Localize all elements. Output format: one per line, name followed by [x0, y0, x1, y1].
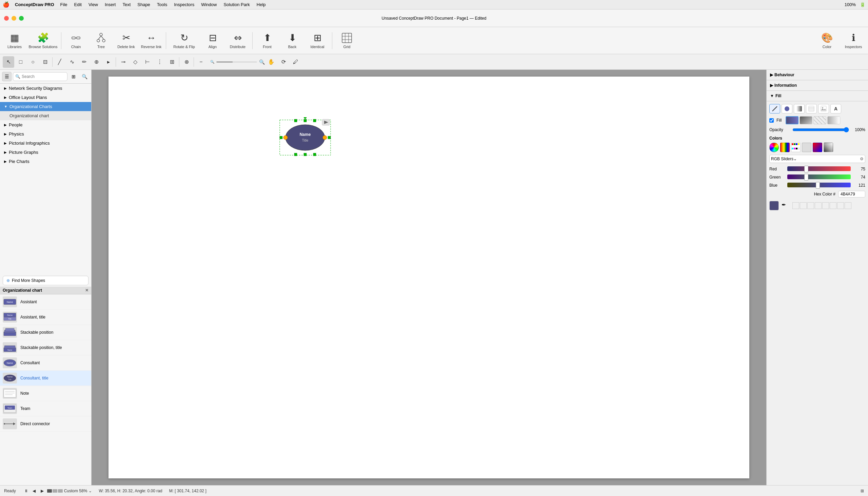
- fill-pattern-button[interactable]: [806, 104, 817, 113]
- shape-item-direct-connector[interactable]: Direct connector: [0, 416, 91, 432]
- maximize-button[interactable]: [19, 16, 24, 21]
- zoom-out-button[interactable]: −: [195, 56, 207, 68]
- sidebar-item-people[interactable]: ▶ People: [0, 120, 91, 129]
- sidebar-item-org-charts[interactable]: ▼ Organizational Charts: [0, 102, 91, 111]
- rotate-flip-button[interactable]: ↻ Rotate & Flip: [169, 29, 199, 53]
- identical-button[interactable]: ⊞ Identical: [305, 29, 329, 53]
- shape-item-stackable-title[interactable]: Name Stackable position, title: [0, 340, 91, 355]
- more-shapes-button[interactable]: ⊕: [91, 56, 102, 68]
- color-wheel-button[interactable]: [769, 143, 779, 152]
- fill-checkbox-label[interactable]: Fill: [776, 118, 781, 123]
- color-picker-dropper[interactable]: ✒: [781, 202, 790, 210]
- color-palette-button[interactable]: [813, 143, 822, 152]
- sidebar-item-pictorial[interactable]: ▶ Pictorial Infographics: [0, 139, 91, 148]
- canvas-area[interactable]: Name Title: [92, 70, 766, 485]
- align-button[interactable]: ⊟ Align: [201, 29, 224, 53]
- connector-1-button[interactable]: ⊸: [117, 56, 129, 68]
- fill-header[interactable]: ▼ Fill: [769, 92, 865, 99]
- rgb-mode-dropdown[interactable]: RGB Sliders ⌄ ⚙: [769, 155, 865, 163]
- fill-image-button[interactable]: [818, 104, 829, 113]
- connector-3-button[interactable]: ⊢: [142, 56, 153, 68]
- color-grid-button[interactable]: [791, 143, 800, 152]
- find-more-shapes-button[interactable]: ⊕ Find More Shapes: [3, 276, 89, 285]
- color-preview-swatch[interactable]: [769, 201, 779, 211]
- fill-linear-grad-button[interactable]: [785, 116, 798, 124]
- distribute-button[interactable]: ⇔ Distribute: [226, 29, 250, 53]
- menu-insert[interactable]: Insert: [105, 2, 116, 7]
- menu-edit[interactable]: Edit: [74, 2, 82, 7]
- shape-item-stackable[interactable]: Stackable position: [0, 325, 91, 340]
- shape-item-consultant-title[interactable]: Name Title Consultant, title: [0, 371, 91, 386]
- saved-color-cell[interactable]: [837, 202, 844, 209]
- shape-item-team[interactable]: Team Team: [0, 401, 91, 416]
- prev-button[interactable]: ◀: [31, 487, 38, 494]
- saved-color-cell[interactable]: [822, 202, 829, 209]
- select-tool-button[interactable]: ↖: [3, 56, 14, 68]
- back-button[interactable]: ⬇ Back: [280, 29, 304, 53]
- reverse-link-button[interactable]: ↔ Reverse link: [139, 29, 163, 53]
- lasso-button[interactable]: ⊗: [181, 56, 192, 68]
- grid-button[interactable]: Grid: [335, 29, 359, 53]
- libraries-button[interactable]: ▦ Libraries: [3, 29, 27, 53]
- menu-file[interactable]: File: [60, 2, 68, 7]
- green-slider-thumb[interactable]: [804, 174, 808, 181]
- saved-color-cell[interactable]: [815, 202, 822, 209]
- sidebar-item-org-chart[interactable]: Organizational chart: [0, 111, 91, 120]
- menu-solution-park[interactable]: Solution Park: [223, 2, 250, 7]
- saved-color-cell[interactable]: [800, 202, 807, 209]
- inspectors-button[interactable]: ℹ Inspectors: [841, 29, 865, 53]
- browse-solutions-button[interactable]: 🧩 Browse Solutions: [28, 29, 58, 53]
- canvas-shape-consultant[interactable]: Name Title: [278, 117, 332, 159]
- menu-tools[interactable]: Tools: [157, 2, 167, 7]
- sidebar-item-physics[interactable]: ▶ Physics: [0, 129, 91, 139]
- page-indicator-3[interactable]: [58, 489, 63, 493]
- color-gradient-swatch[interactable]: [824, 143, 833, 152]
- play-button[interactable]: ▶: [39, 487, 46, 494]
- fill-text-button[interactable]: A: [830, 104, 841, 113]
- pencil-tool-button[interactable]: ✏: [78, 56, 90, 68]
- front-button[interactable]: ⬆ Front: [255, 29, 279, 53]
- saved-color-cell[interactable]: [844, 202, 851, 209]
- curve-tool-button[interactable]: ∿: [66, 56, 78, 68]
- search-input[interactable]: [22, 74, 65, 79]
- sidebar-item-office-layout[interactable]: ▶ Office Layout Plans: [0, 93, 91, 102]
- shape-item-assistant[interactable]: Name Assistant: [0, 294, 91, 310]
- expand-button[interactable]: ⊞: [166, 56, 178, 68]
- shape-item-consultant[interactable]: Name Consultant: [0, 355, 91, 371]
- fill-pattern2-button[interactable]: [813, 116, 826, 124]
- fill-radial-button[interactable]: [827, 116, 840, 124]
- sidebar-item-network-security[interactable]: ▶ Network Security Diagrams: [0, 84, 91, 93]
- rect-tool-button[interactable]: □: [15, 56, 27, 68]
- menu-shape[interactable]: Shape: [137, 2, 150, 7]
- more-btn[interactable]: ▸: [103, 56, 114, 68]
- text-table-button[interactable]: ⊟: [39, 56, 51, 68]
- sidebar-list-view-button[interactable]: ☰: [2, 72, 12, 81]
- pause-button[interactable]: ⏸: [23, 487, 30, 494]
- shape-item-note[interactable]: Note: [0, 386, 91, 401]
- shape-item-assistant-title[interactable]: Name Title Assistant, title: [0, 310, 91, 325]
- zoom-slider[interactable]: [216, 61, 257, 63]
- line-tool-button[interactable]: ╱: [54, 56, 65, 68]
- delete-link-button[interactable]: ✂ Delete link: [114, 29, 138, 53]
- sidebar-item-picture-graphs[interactable]: ▶ Picture Graphs: [0, 148, 91, 157]
- fill-stroke-button[interactable]: [769, 104, 780, 113]
- canvas-paper[interactable]: Name Title: [108, 77, 749, 478]
- shape-panel-close-button[interactable]: ✕: [85, 288, 89, 293]
- menu-view[interactable]: View: [89, 2, 98, 7]
- connector-2-button[interactable]: ◇: [130, 56, 141, 68]
- menu-inspectors[interactable]: Inspectors: [174, 2, 194, 7]
- menu-help[interactable]: Help: [257, 2, 266, 7]
- page-indicator-1[interactable]: [47, 489, 52, 493]
- fill-angle-grad-button[interactable]: [799, 116, 812, 124]
- minimize-button[interactable]: [12, 16, 16, 21]
- sidebar-item-pie-charts[interactable]: ▶ Pie Charts: [0, 157, 91, 166]
- rotate-tool-button[interactable]: ⟳: [278, 56, 289, 68]
- information-header[interactable]: ▶ Information: [769, 82, 865, 89]
- tree-button[interactable]: Tree: [89, 29, 113, 53]
- close-button[interactable]: [4, 16, 9, 21]
- ellipse-tool-button[interactable]: ○: [27, 56, 39, 68]
- page-indicator-2[interactable]: [53, 489, 57, 493]
- color-button[interactable]: 🎨 Color: [815, 29, 839, 53]
- opacity-slider[interactable]: [792, 127, 849, 133]
- pen-tool-button[interactable]: 🖊: [290, 56, 301, 68]
